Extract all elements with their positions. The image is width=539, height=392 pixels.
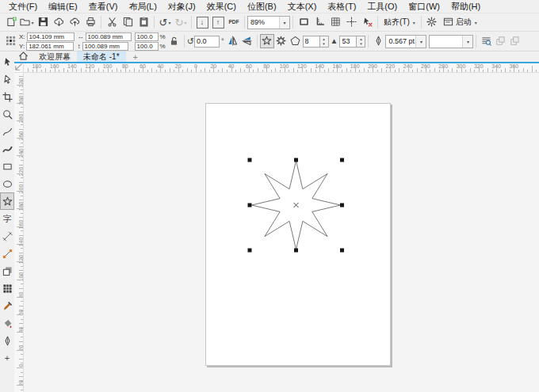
- menu-item-3[interactable]: 布局(L): [123, 0, 162, 13]
- h-ruler-tick: [302, 66, 303, 72]
- scale-h-field[interactable]: [135, 32, 159, 41]
- scale-v-field[interactable]: [135, 42, 159, 51]
- freehand-tool[interactable]: [0, 123, 14, 140]
- separator: [101, 16, 101, 29]
- sharpness-field[interactable]: [339, 36, 357, 48]
- menu-item-8[interactable]: 表格(T): [322, 0, 361, 13]
- copy-button[interactable]: [120, 14, 136, 30]
- zoom-level-combo[interactable]: 89%▾: [247, 16, 290, 29]
- text-tool[interactable]: 字: [0, 210, 14, 227]
- selection-handle[interactable]: [248, 204, 252, 207]
- sharpness-spinner[interactable]: ▴▾: [357, 36, 365, 48]
- open-from-cloud-button[interactable]: [51, 14, 67, 30]
- menu-item-5[interactable]: 效果(C): [201, 0, 242, 13]
- drawing-canvas[interactable]: [24, 73, 539, 392]
- wrap-text-button[interactable]: [479, 34, 493, 48]
- outline-width-combo[interactable]: 0.567 pt▾: [385, 35, 426, 48]
- menu-item-7[interactable]: 文本(X): [282, 0, 323, 13]
- mirror-vertical-button[interactable]: [240, 34, 254, 48]
- selection-handle[interactable]: [340, 158, 344, 162]
- y-position-field[interactable]: [26, 42, 74, 51]
- star-shape-button[interactable]: [260, 34, 274, 48]
- vertical-ruler[interactable]: 3203002802602402202001801601401201008060…: [14, 73, 24, 392]
- polygon-star-tool[interactable]: [0, 192, 14, 210]
- import-button[interactable]: ↓: [194, 14, 210, 30]
- v-ruler-tick: [17, 261, 23, 262]
- snap-off-button[interactable]: [359, 14, 375, 30]
- mirror-horizontal-button[interactable]: [226, 34, 240, 48]
- object-height-field[interactable]: [82, 42, 128, 51]
- menu-item-0[interactable]: 文件(F): [3, 0, 43, 13]
- rotation-angle-field[interactable]: [194, 36, 220, 48]
- selection-handle[interactable]: [340, 204, 344, 207]
- tab-untitled-document[interactable]: 未命名 -1*: [77, 51, 126, 62]
- x-position-field[interactable]: [27, 32, 75, 41]
- menu-item-2[interactable]: 查看(V): [83, 0, 124, 13]
- menu-item-4[interactable]: 对象(J): [162, 0, 201, 13]
- object-position-button[interactable]: [3, 34, 17, 48]
- selection-handle[interactable]: [248, 249, 252, 253]
- add-tools-button[interactable]: +: [0, 349, 14, 367]
- selection-handle[interactable]: [294, 249, 298, 253]
- selection-handle[interactable]: [340, 249, 344, 253]
- horizontal-ruler[interactable]: 2001801601401201008060402002040608010012…: [24, 63, 539, 72]
- h-ruler-tick: [63, 68, 64, 72]
- open-button[interactable]: ▾: [19, 14, 35, 30]
- tab-welcome-screen[interactable]: 欢迎屏幕: [32, 51, 77, 62]
- eyedropper-tool[interactable]: [0, 297, 14, 314]
- lock-ratio-toggle[interactable]: [167, 34, 182, 48]
- pick-tool[interactable]: [0, 53, 14, 70]
- h-ruler-tick: [355, 66, 356, 72]
- drop-shadow-tool[interactable]: [0, 262, 14, 280]
- outline-pen-tool[interactable]: [0, 332, 14, 349]
- points-field[interactable]: [303, 36, 320, 48]
- save-button[interactable]: [35, 14, 51, 30]
- h-ruler-tick: [333, 70, 334, 72]
- crop-tool[interactable]: [0, 88, 14, 105]
- artistic-media-tool[interactable]: [0, 140, 14, 158]
- show-grid-button[interactable]: [327, 14, 343, 30]
- new-document-tab-button[interactable]: +: [126, 51, 145, 62]
- redo-button[interactable]: ↻▾: [173, 14, 189, 30]
- object-width-field[interactable]: [86, 32, 132, 41]
- connector-tool[interactable]: [0, 245, 14, 262]
- shape-tool[interactable]: [0, 70, 14, 88]
- show-guidelines-button[interactable]: [343, 14, 359, 30]
- save-to-cloud-button[interactable]: [67, 14, 82, 30]
- line-style-combo[interactable]: ▾: [429, 35, 473, 48]
- menu-item-1[interactable]: 编辑(E): [43, 0, 83, 13]
- menu-item-10[interactable]: 窗口(W): [403, 0, 445, 13]
- points-spinner[interactable]: ▴▾: [320, 36, 329, 48]
- print-button[interactable]: [82, 14, 98, 30]
- mesh-fill-tool[interactable]: [0, 280, 14, 297]
- options-button[interactable]: [424, 14, 440, 30]
- selection-handle[interactable]: [294, 158, 298, 162]
- menu-item-6[interactable]: 位图(B): [242, 0, 282, 13]
- percent-label: %: [160, 33, 166, 40]
- paste-button[interactable]: [136, 14, 151, 30]
- publish-pdf-button[interactable]: PDF: [226, 14, 242, 30]
- full-screen-preview-button[interactable]: [296, 14, 312, 30]
- interactive-fill-tool[interactable]: [0, 314, 14, 332]
- cut-button[interactable]: [104, 14, 120, 30]
- dimension-tool[interactable]: [0, 227, 14, 245]
- selection-handle[interactable]: [248, 158, 252, 162]
- snap-menu-button[interactable]: 贴齐(T)▾: [380, 17, 419, 28]
- menu-item-9[interactable]: 工具(O): [361, 0, 403, 13]
- to-front-button[interactable]: [493, 34, 507, 48]
- show-rulers-button[interactable]: [312, 14, 327, 30]
- polygon-button[interactable]: [289, 34, 303, 48]
- ruler-origin-button[interactable]: [14, 63, 24, 72]
- guidelines-icon: [346, 17, 357, 29]
- rectangle-tool[interactable]: [0, 158, 14, 175]
- to-back-button[interactable]: [507, 34, 522, 48]
- ellipse-tool[interactable]: [0, 175, 14, 192]
- zoom-tool[interactable]: [0, 105, 14, 123]
- complex-star-icon: [276, 36, 286, 48]
- undo-button[interactable]: ↺▾: [157, 14, 173, 30]
- export-button[interactable]: ↑: [210, 14, 226, 30]
- menu-item-11[interactable]: 帮助(H): [445, 0, 486, 13]
- complex-star-button[interactable]: [274, 34, 289, 48]
- launch-button[interactable]: 启动▾: [440, 17, 480, 29]
- new-document-button[interactable]: [3, 14, 19, 30]
